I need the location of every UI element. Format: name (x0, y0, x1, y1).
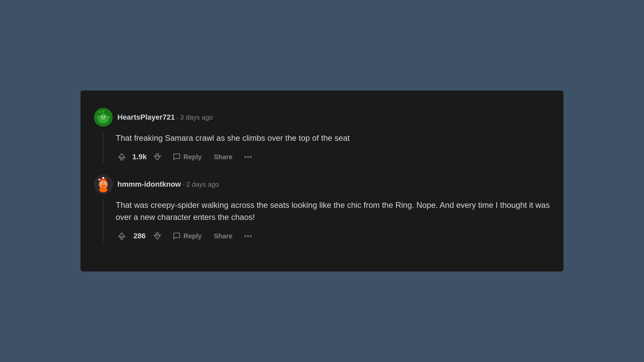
comment-2-username[interactable]: hmmm-idontknow (117, 180, 181, 188)
svg-point-23 (99, 187, 107, 192)
svg-point-6 (102, 116, 102, 117)
comment-1-share-button[interactable]: Share (211, 151, 235, 163)
comment-2-body-wrapper: That was creepy-spider walking across th… (94, 199, 550, 242)
comment-1: HeartsPlayer721 · 3 days ago That freaki… (94, 101, 550, 170)
comment-1-upvote-button[interactable] (116, 151, 128, 163)
svg-point-24 (99, 179, 100, 181)
svg-point-11 (107, 116, 110, 119)
comment-2-timestamp: · 2 days ago (182, 181, 219, 188)
comment-2-content: That was creepy-spider walking across th… (116, 199, 550, 242)
svg-point-1 (99, 111, 101, 113)
thread-line-1 (103, 132, 104, 163)
comment-1-body-wrapper: That freaking Samara crawl as she climbs… (94, 132, 550, 163)
comment-1-votes: 1.9k (116, 151, 163, 163)
svg-point-10 (97, 116, 100, 119)
comment-2-text: That was creepy-spider walking across th… (116, 199, 550, 223)
thread-line-2 (103, 199, 104, 242)
comment-1-text: That freaking Samara crawl as she climbs… (116, 132, 550, 144)
comment-1-vote-count: 1.9k (131, 153, 148, 161)
comment-1-actions: 1.9k Reply (116, 151, 550, 163)
comment-2-more-button[interactable] (242, 234, 254, 238)
svg-point-3 (100, 114, 107, 121)
comment-2: hmmm-idontknow · 2 days ago That was cre… (94, 170, 550, 249)
avatar-2 (94, 175, 113, 194)
comment-2-meta: hmmm-idontknow · 2 days ago (117, 180, 219, 189)
comments-card: HeartsPlayer721 · 3 days ago That freaki… (80, 90, 564, 272)
svg-rect-25 (121, 237, 123, 239)
comment-1-more-button[interactable] (242, 155, 254, 159)
comment-2-share-button[interactable]: Share (211, 230, 235, 242)
comment-1-header: HeartsPlayer721 · 3 days ago (94, 108, 550, 127)
comment-1-downvote-button[interactable] (151, 151, 163, 163)
comment-2-votes: 286 (116, 230, 163, 242)
comment-2-reply-button[interactable]: Reply (170, 230, 204, 242)
comment-1-content: That freaking Samara crawl as she climbs… (116, 132, 550, 163)
comment-2-vote-count: 286 (131, 232, 148, 240)
comment-1-username[interactable]: HeartsPlayer721 (117, 113, 175, 121)
comment-2-header: hmmm-idontknow · 2 days ago (94, 175, 550, 194)
comment-1-timestamp: · 3 days ago (176, 114, 213, 121)
svg-point-21 (101, 183, 102, 184)
svg-point-22 (105, 183, 105, 184)
comment-2-actions: 286 Reply (116, 230, 550, 242)
svg-rect-12 (121, 158, 123, 160)
comment-2-downvote-button[interactable] (151, 230, 163, 242)
comment-2-upvote-button[interactable] (116, 230, 128, 242)
svg-point-7 (104, 116, 105, 117)
svg-point-9 (102, 110, 104, 112)
comment-1-meta: HeartsPlayer721 · 3 days ago (117, 113, 213, 122)
comment-1-reply-button[interactable]: Reply (170, 151, 204, 163)
avatar-1 (94, 108, 113, 127)
svg-point-17 (102, 177, 104, 179)
